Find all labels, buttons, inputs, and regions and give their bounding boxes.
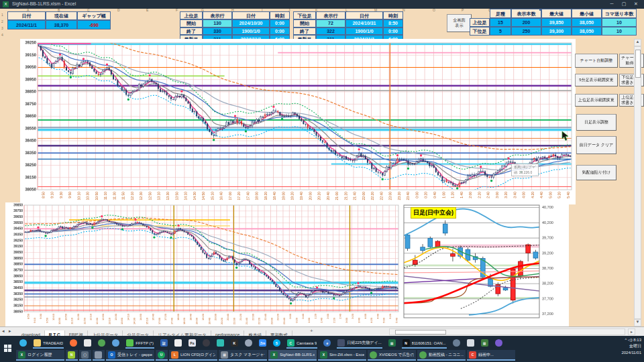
taskbar-pinned-paint-icon[interactable]: Pa <box>186 337 198 349</box>
sheet-tab-bar: ◂ ▸ downloadR T CFB監視上位足データ分足データリアルタイム更新… <box>0 326 644 336</box>
row-count-cell[interactable]: 330 <box>203 27 232 36</box>
taskbar-pinned-ie-icon[interactable]: e <box>321 337 333 349</box>
taskbar-app-folder2-icon[interactable] <box>93 350 105 361</box>
add-sheet-button[interactable]: + <box>310 328 313 334</box>
close-button[interactable]: ✕ <box>631 0 641 8</box>
fullscreen-button[interactable]: 全画面 表示 <box>447 14 472 32</box>
taskbar-app-録画中[interactable]: C録画中... <box>467 350 515 361</box>
taskbar-pinned-camtasia-icon[interactable]: CCamtasia 9 <box>285 337 319 349</box>
row-label: 開始 <box>293 19 316 27</box>
taskbar-pinned-app-round-icon[interactable] <box>451 337 462 349</box>
row-date-cell[interactable]: 1900/1/0 <box>232 27 270 36</box>
row-label: 下位足 <box>470 27 490 36</box>
value-cell[interactable]: 2024/11/1 <box>7 20 46 29</box>
max-cell[interactable]: 39,300 <box>541 27 572 36</box>
taskbar-pinned-ffftp-icon[interactable]: FFFTP (*) <box>124 337 156 349</box>
vscroll-down-arrow[interactable]: ▼ <box>634 319 641 326</box>
row-count-cell[interactable]: 322 <box>316 27 345 36</box>
chart-auto-adjust-button[interactable]: チャート自動調整 <box>575 54 618 68</box>
chart-5min-canvas[interactable] <box>20 39 576 204</box>
chart-5min-panel[interactable]: 系列 '-4シグマ' 値: 38,226.0 <box>20 39 576 204</box>
maximize-button[interactable]: ▢ <box>619 0 629 8</box>
vertical-scrollbar[interactable] <box>634 46 641 319</box>
taskbar-app-SigNaviBB1LRSx[interactable]: XSigNavi-BB-1LRS.xl... <box>268 350 317 361</box>
hscroll-right-arrow[interactable]: ▸ <box>628 328 635 335</box>
taskbar-pinned-cloud-icon[interactable] <box>243 337 254 349</box>
start-button[interactable] <box>4 345 11 352</box>
horizontal-scrollbar[interactable] <box>389 328 625 335</box>
min-cell[interactable]: 38,050 <box>572 27 602 36</box>
chart-daily-canvas[interactable] <box>401 202 569 326</box>
row-date-cell[interactable]: 1900/1/0 <box>345 27 383 36</box>
min-cell[interactable]: 38,050 <box>572 18 602 27</box>
row-date-cell[interactable]: 2024/10/31 <box>345 19 383 27</box>
row-time-cell[interactable]: 8:50 <box>383 19 403 27</box>
taskbar-app-LIONCFDログイン[interactable]: LLION CFD|ログイン <box>169 350 217 361</box>
step-cell[interactable]: 10 <box>602 18 637 27</box>
taskbar-pinned-grid-icon[interactable]: ▦ <box>479 337 490 349</box>
speaker-icon[interactable]: ◁) <box>628 338 633 342</box>
taskbar-pinned-photo-app-icon[interactable]: K <box>229 337 240 349</box>
row-date-cell[interactable]: 2024/10/30 <box>232 19 270 27</box>
taskbar-app-window-app-icon[interactable]: ▢ <box>79 350 91 361</box>
value-cell[interactable]: 38,370 <box>46 20 77 29</box>
taskbar-app-u-circle-icon[interactable]: U <box>156 350 168 361</box>
taskbar-pinned-firefox-icon[interactable] <box>68 337 79 349</box>
tooltip-series-name: 系列 '-4シグマ' <box>514 165 536 170</box>
minimize-button[interactable]: ─ <box>606 0 617 8</box>
hscroll-thumb[interactable] <box>395 330 446 335</box>
daily-adjust-button[interactable]: 日足表示調整 <box>576 114 616 131</box>
taskbar-app-タスクマネジャ[interactable]: ▦タスク マネージャー <box>219 350 267 361</box>
max-cell[interactable]: 39,850 <box>541 18 572 27</box>
row-count-cell[interactable]: 130 <box>203 19 232 27</box>
tab-scroll-right-icon[interactable]: ▸ <box>9 328 11 334</box>
row-time-cell[interactable]: 0:00 <box>383 27 403 36</box>
taskbar-pinned-eight-ball-icon[interactable] <box>201 337 212 349</box>
taskbar-pinned-securities-app-icon[interactable]: 証 <box>158 337 170 349</box>
step-cell[interactable]: 10 <box>602 27 637 36</box>
quote-paste-button[interactable]: 気配値貼り付け <box>576 165 616 180</box>
taskbar-pinned-skype-icon[interactable]: S <box>271 337 282 349</box>
chart-daily-panel[interactable]: 日足(日中立会) <box>401 202 569 326</box>
taskbar-pinned-chrome-icon[interactable] <box>96 337 107 349</box>
taskbar-pinned-zoom-icon[interactable]: Zm <box>257 337 268 349</box>
running-indicator <box>286 347 317 349</box>
notepad-icon <box>84 339 91 347</box>
vscroll-thumb[interactable] <box>635 50 641 78</box>
ashi-cell[interactable]: 5 <box>490 27 511 36</box>
eight-ball-icon <box>203 339 210 347</box>
row-time-cell[interactable]: 0:00 <box>270 19 290 27</box>
taskbar-app-ログイン履歴[interactable]: Xログイン履歴 <box>16 350 64 361</box>
upper-tf-range-button[interactable]: 上位足表示範囲変更 <box>575 94 618 107</box>
tray-chevron-icon[interactable]: ^ <box>625 338 627 342</box>
tray-time[interactable]: 8:13 <box>633 338 641 342</box>
taskbar-pinned-folder-icon[interactable]: TRADEAID <box>32 337 65 349</box>
row-time-cell[interactable]: 0:00 <box>270 27 290 36</box>
taskbar-pinned-browser-dev-icon[interactable] <box>493 337 504 349</box>
taskbar-pinned-edge-icon[interactable] <box>17 337 29 349</box>
taskbar-app-SimZillxlsmExc[interactable]: XSim-Zill.xlsm - Excel <box>318 350 366 361</box>
taskbar-app-動画投稿ニコニ[interactable]: 動画投稿 - ニコニ... <box>417 350 466 361</box>
taskbar-app-XVIDEOSで広告の[interactable]: XVIDEOS で広告の... <box>368 350 416 361</box>
ashi-cell[interactable]: 15 <box>490 18 511 27</box>
taskbar-app-受信トレイgapper[interactable]: O受信トレイ - gapper... <box>106 350 154 361</box>
row-count-cell[interactable]: 72 <box>316 19 345 27</box>
taskbar-pinned-nikkei225-icon[interactable]: 日経225先物デイ... <box>335 337 383 349</box>
taskbar-pinned-oanda-icon[interactable]: N811606151: OAN... <box>400 337 448 349</box>
bars-cell[interactable]: 250 <box>511 27 541 36</box>
taskbar-pinned-globe-icon[interactable] <box>110 337 121 349</box>
lower-tf-range-button[interactable]: 5分足表示範囲変更 <box>575 74 618 86</box>
value-cell[interactable]: -690 <box>77 20 111 29</box>
taskbar-pinned-notepad-icon[interactable] <box>82 337 93 349</box>
taskbar-pinned-document2-icon[interactable] <box>465 337 476 349</box>
chart-15min-panel[interactable] <box>5 202 401 326</box>
tab-scroll-left-icon[interactable]: ◂ <box>2 328 5 334</box>
taskbar-pinned-document-icon[interactable] <box>172 337 184 349</box>
chart-15min-canvas[interactable] <box>5 202 401 326</box>
vscroll-up-arrow[interactable]: ▲ <box>634 39 641 46</box>
taskbar-pinned-camera-icon[interactable] <box>215 337 226 349</box>
taskbar-app-n-app-icon[interactable]: N <box>66 350 78 361</box>
bars-cell[interactable]: 200 <box>511 18 541 27</box>
prevday-clear-button[interactable]: 前日データ クリア <box>576 136 616 154</box>
taskbar-pinned-excel-grid-icon[interactable]: ▦ <box>386 337 398 349</box>
